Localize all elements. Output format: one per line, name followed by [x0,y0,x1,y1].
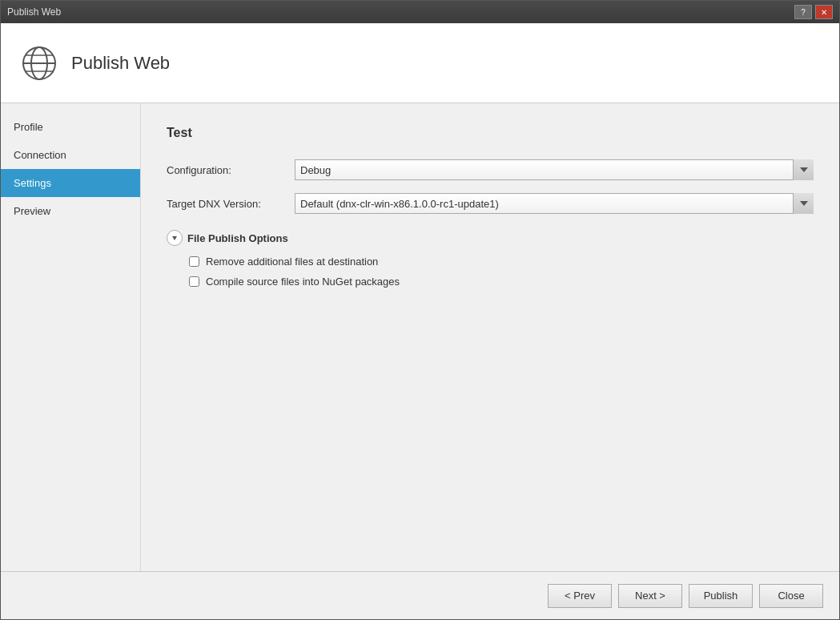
remove-additional-row: Remove additional files at destination [189,256,814,268]
options-header: File Publish Options [167,230,814,246]
header-area: Publish Web [1,23,839,103]
prev-button[interactable]: < Prev [548,584,612,608]
remove-additional-checkbox[interactable] [189,256,199,267]
footer: < Prev Next > Publish Close [1,571,839,619]
sidebar-item-preview[interactable]: Preview [1,197,140,225]
main-content: Profile Connection Settings Preview Test… [1,103,839,571]
globe-icon [20,44,58,83]
target-dnx-label: Target DNX Version: [167,198,295,210]
header-title: Publish Web [71,53,170,74]
title-bar-controls: ? ✕ [794,5,833,19]
publish-web-window: Publish Web ? ✕ Publish Web Profile Conn… [0,0,840,620]
publish-button[interactable]: Publish [689,584,753,608]
sidebar-item-settings[interactable]: Settings [1,169,140,197]
compile-source-label: Compile source files into NuGet packages [206,276,400,288]
target-dnx-control: Default (dnx-clr-win-x86.1.0.0-rc1-updat… [295,193,814,214]
title-bar: Publish Web ? ✕ [1,1,839,23]
configuration-label: Configuration: [167,164,295,176]
sidebar-item-profile[interactable]: Profile [1,113,140,141]
window-title: Publish Web [7,6,61,18]
configuration-dropdown[interactable]: Debug Release [295,159,814,180]
configuration-row: Configuration: Debug Release [167,159,814,180]
collapse-button[interactable] [167,230,183,246]
close-button[interactable]: Close [759,584,823,608]
options-title: File Publish Options [187,232,288,244]
configuration-control: Debug Release [295,159,814,180]
window-close-button[interactable]: ✕ [815,5,833,19]
next-button[interactable]: Next > [618,584,682,608]
target-dnx-row: Target DNX Version: Default (dnx-clr-win… [167,193,814,214]
help-button[interactable]: ? [794,5,812,19]
sidebar-item-connection[interactable]: Connection [1,141,140,169]
section-title: Test [167,126,814,140]
content-area: Test Configuration: Debug Release Target… [141,103,839,571]
sidebar: Profile Connection Settings Preview [1,103,141,571]
file-publish-options: File Publish Options Remove additional f… [167,230,814,288]
compile-source-checkbox[interactable] [189,276,199,287]
remove-additional-label: Remove additional files at destination [206,256,378,268]
target-dnx-dropdown[interactable]: Default (dnx-clr-win-x86.1.0.0-rc1-updat… [295,193,814,214]
compile-source-row: Compile source files into NuGet packages [189,276,814,288]
